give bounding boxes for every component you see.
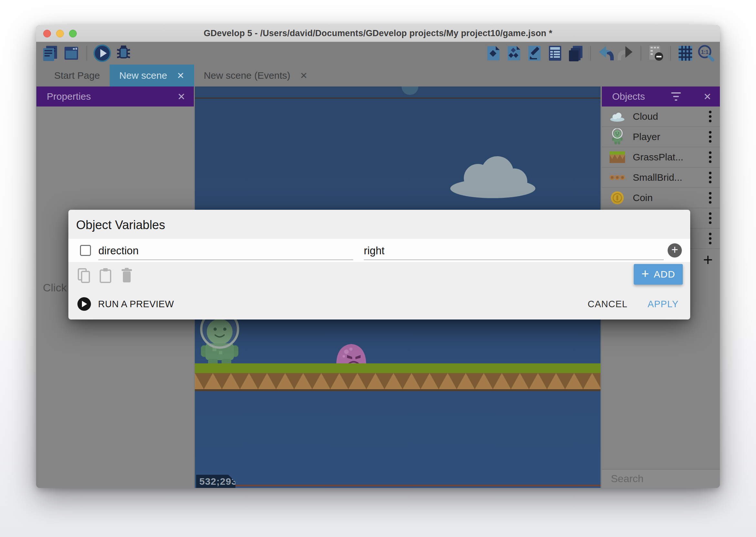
cursor-coordinates: 532;293: [196, 475, 236, 488]
toolbar-right-group: 1:1: [484, 44, 715, 62]
tab-label: New scene (Events): [204, 70, 290, 81]
tab-label: Start Page: [54, 70, 100, 81]
open-object-groups-button[interactable]: [505, 44, 523, 62]
close-tab-icon[interactable]: ✕: [177, 70, 184, 81]
object-row-smallbridge[interactable]: SmallBrid...: [602, 168, 720, 188]
mask-icon: [647, 44, 665, 62]
cloud-object-icon: [602, 111, 633, 122]
grass-platform-sprite: [195, 363, 601, 391]
open-instances-list-button[interactable]: [546, 44, 564, 62]
tab-label: New scene: [119, 70, 167, 81]
object-menu-icon[interactable]: [708, 231, 713, 246]
undo-button[interactable]: [596, 44, 615, 62]
tab-start-page[interactable]: Start Page: [45, 64, 110, 87]
close-objects-icon[interactable]: ✕: [703, 91, 711, 102]
play-icon: [77, 297, 91, 311]
close-window-button[interactable]: [43, 30, 51, 37]
close-tab-icon[interactable]: ✕: [300, 70, 307, 81]
scene-bottom-line: [236, 485, 601, 486]
object-menu-icon[interactable]: [708, 130, 713, 144]
dialog-footer: RUN A PREVIEW CANCEL APPLY: [68, 291, 690, 319]
variable-checkbox[interactable]: [80, 245, 91, 256]
variable-name-field: [98, 245, 353, 260]
properties-header: Properties ✕: [36, 87, 194, 106]
preview-button[interactable]: [93, 44, 112, 62]
grass-platform-object-icon: [602, 151, 633, 163]
object-menu-icon[interactable]: [708, 170, 713, 185]
add-object-button[interactable]: +: [703, 251, 713, 268]
window-icon: [62, 44, 80, 62]
object-menu-icon[interactable]: [708, 191, 713, 205]
redo-button[interactable]: [617, 44, 635, 62]
zoom-icon: 1:1: [697, 44, 715, 62]
traffic-lights: [43, 30, 77, 37]
cancel-button[interactable]: CANCEL: [587, 299, 628, 310]
debug-button[interactable]: [114, 44, 133, 62]
delete-button[interactable]: [119, 267, 134, 284]
layers-icon: [567, 45, 585, 62]
main-toolbar: 1:1: [36, 42, 720, 64]
variable-value-field: [364, 245, 664, 260]
trash-icon: [120, 268, 133, 284]
toolbar-left-group: [41, 44, 133, 62]
variable-row: +: [68, 239, 690, 262]
toolbar-separator: [590, 46, 591, 61]
objects-search-input[interactable]: [611, 473, 720, 485]
object-group-icon: [505, 45, 522, 62]
open-objects-editor-button[interactable]: [484, 44, 503, 62]
cloud-sprite: [448, 154, 537, 199]
variable-tools: [77, 267, 134, 284]
toggle-mask-button[interactable]: [646, 44, 665, 62]
play-icon: [93, 44, 112, 62]
editor-tabs: Start Page New scene ✕ New scene (Events…: [36, 64, 720, 87]
open-layers-button[interactable]: [566, 44, 585, 62]
project-manager-icon: [41, 44, 59, 62]
properties-title: Properties: [47, 91, 91, 102]
object-row-player[interactable]: Player: [602, 127, 720, 147]
undo-icon: [596, 44, 614, 62]
redo-icon: [617, 44, 635, 62]
paste-button[interactable]: [98, 267, 113, 284]
plus-icon: +: [641, 274, 649, 275]
start-page-button[interactable]: [62, 44, 81, 62]
variable-name-input[interactable]: [98, 245, 353, 260]
add-child-variable-button[interactable]: +: [668, 243, 682, 258]
zoom-options-button[interactable]: 1:1: [697, 44, 715, 62]
object-row-coin[interactable]: Coin: [602, 188, 720, 208]
project-manager-button[interactable]: [41, 44, 59, 62]
toggle-grid-button[interactable]: [676, 44, 695, 62]
minimize-window-button[interactable]: [56, 30, 64, 37]
bubble-sprite: [401, 87, 418, 95]
maximize-window-button[interactable]: [69, 30, 77, 37]
object-row-cloud[interactable]: Cloud: [602, 106, 720, 127]
object-menu-icon[interactable]: [708, 211, 713, 225]
object-variables-dialog: Object Variables +: [68, 210, 690, 319]
object-menu-icon[interactable]: [708, 150, 713, 164]
objects-title: Objects: [612, 91, 645, 102]
object-row-grassplatform[interactable]: GrassPlat...: [602, 147, 720, 168]
add-variable-button[interactable]: + ADD: [634, 264, 683, 285]
apply-button[interactable]: APPLY: [648, 299, 679, 310]
dialog-actions: CANCEL APPLY: [587, 299, 679, 310]
coin-object-icon: [602, 191, 633, 205]
scene-border-line: [195, 98, 601, 99]
toolbar-separator: [670, 46, 671, 61]
objects-search-bar: [602, 469, 720, 488]
edit-icon: [526, 45, 543, 62]
open-properties-button[interactable]: [525, 44, 544, 62]
copy-icon: [77, 268, 91, 284]
toolbar-separator: [87, 46, 87, 61]
tab-new-scene[interactable]: New scene ✕: [110, 64, 194, 87]
run-preview-button[interactable]: RUN A PREVIEW: [77, 297, 174, 311]
variable-value-input[interactable]: [364, 245, 664, 260]
player-sprite: [196, 312, 245, 369]
filter-icon[interactable]: [671, 92, 681, 101]
dialog-title: Object Variables: [76, 218, 165, 232]
object-menu-icon[interactable]: [708, 109, 713, 124]
copy-button[interactable]: [77, 267, 92, 284]
tab-new-scene-events[interactable]: New scene (Events) ✕: [194, 64, 317, 87]
object-icon: [484, 45, 502, 62]
close-properties-icon[interactable]: ✕: [177, 91, 185, 102]
grid-icon: [677, 45, 694, 62]
small-bridge-object-icon: [602, 174, 633, 181]
